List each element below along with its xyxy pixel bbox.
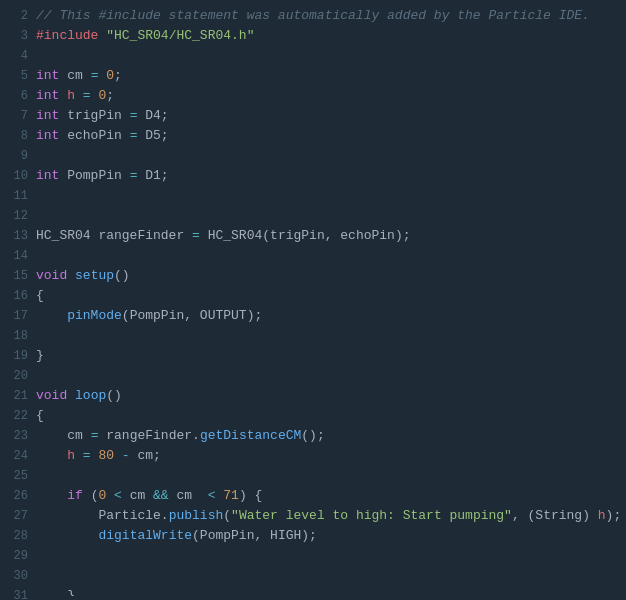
token	[67, 268, 75, 283]
token: &&	[145, 488, 176, 503]
code-line	[36, 566, 626, 586]
code-line	[36, 246, 626, 266]
token: PompPin	[200, 528, 255, 543]
token: (	[223, 508, 231, 523]
token: ,	[184, 308, 192, 323]
token: cm	[67, 428, 83, 443]
line-number: 14	[0, 246, 28, 266]
token: OUTPUT	[192, 308, 247, 323]
token: ) {	[239, 488, 262, 503]
line-number: 2	[0, 6, 28, 26]
token: int	[36, 68, 59, 83]
token: PompPin	[130, 308, 185, 323]
token: if	[67, 488, 83, 503]
token: int	[36, 88, 59, 103]
token: echoPin	[59, 128, 129, 143]
token: 71	[223, 488, 239, 503]
token	[36, 508, 98, 523]
token: {	[36, 288, 44, 303]
token: (	[122, 308, 130, 323]
token: -	[114, 448, 137, 463]
line-number: 17	[0, 306, 28, 326]
token: D4	[137, 108, 160, 123]
token	[36, 448, 67, 463]
code-line: #include "HC_SR04/HC_SR04.h"	[36, 26, 626, 46]
token: ;	[114, 68, 122, 83]
token: ;	[153, 448, 161, 463]
line-number: 27	[0, 506, 28, 526]
code-line: HC_SR04 rangeFinder = HC_SR04(trigPin, e…	[36, 226, 626, 246]
token: );	[395, 228, 411, 243]
code-line: if (0 < cm && cm < 71) {	[36, 486, 626, 506]
line-number: 24	[0, 446, 28, 466]
code-line: cm = rangeFinder.getDistanceCM();	[36, 426, 626, 446]
token: PompPin	[59, 168, 129, 183]
code-line: }	[36, 346, 626, 366]
token: Particle	[98, 508, 160, 523]
token: ;	[161, 168, 169, 183]
token: publish	[169, 508, 224, 523]
token: ,	[512, 508, 528, 523]
line-number: 16	[0, 286, 28, 306]
token: void	[36, 268, 67, 283]
line-number: 25	[0, 466, 28, 486]
token: ;	[161, 108, 169, 123]
code-line: void loop()	[36, 386, 626, 406]
line-number: 9	[0, 146, 28, 166]
token: "Water level to high: Start pumping"	[231, 508, 512, 523]
token: 0	[106, 68, 114, 83]
token	[36, 488, 67, 503]
token: pinMode	[67, 308, 122, 323]
line-number: 8	[0, 126, 28, 146]
line-number: 28	[0, 526, 28, 546]
token: =	[83, 428, 106, 443]
code-line: int h = 0;	[36, 86, 626, 106]
line-number: 29	[0, 546, 28, 566]
token: ,	[325, 228, 333, 243]
token: getDistanceCM	[200, 428, 301, 443]
line-number: 20	[0, 366, 28, 386]
code-line	[36, 206, 626, 226]
line-number: 23	[0, 426, 28, 446]
token: h	[67, 448, 75, 463]
line-number: 22	[0, 406, 28, 426]
code-line	[36, 146, 626, 166]
token: );	[606, 508, 622, 523]
token: trigPin	[59, 108, 129, 123]
code-line: h = 80 - cm;	[36, 446, 626, 466]
line-number: 13	[0, 226, 28, 246]
token: ;	[161, 128, 169, 143]
token: =	[83, 88, 91, 103]
token: trigPin	[270, 228, 325, 243]
line-number: 6	[0, 86, 28, 106]
token: int	[36, 168, 59, 183]
token: // This #include statement was automatic…	[36, 8, 590, 23]
token	[36, 428, 67, 443]
code-line: int PompPin = D1;	[36, 166, 626, 186]
code-content: // This #include statement was automatic…	[36, 4, 626, 596]
line-number: 7	[0, 106, 28, 126]
token: (	[262, 228, 270, 243]
token: HIGH	[262, 528, 301, 543]
line-number: 30	[0, 566, 28, 586]
line-number: 11	[0, 186, 28, 206]
token: =	[75, 448, 98, 463]
token: ()	[106, 388, 122, 403]
token: );	[247, 308, 263, 323]
token: <	[106, 488, 129, 503]
code-line: {	[36, 406, 626, 426]
code-line: void setup()	[36, 266, 626, 286]
code-line: }	[36, 586, 626, 596]
line-number: 26	[0, 486, 28, 506]
line-number: 31	[0, 586, 28, 600]
code-line	[36, 46, 626, 66]
code-line	[36, 546, 626, 566]
token: digitalWrite	[98, 528, 192, 543]
token: D1	[137, 168, 160, 183]
token: cm	[137, 448, 153, 463]
code-line	[36, 466, 626, 486]
token: cm	[130, 488, 146, 503]
line-number: 5	[0, 66, 28, 86]
token: D5	[137, 128, 160, 143]
line-number: 18	[0, 326, 28, 346]
